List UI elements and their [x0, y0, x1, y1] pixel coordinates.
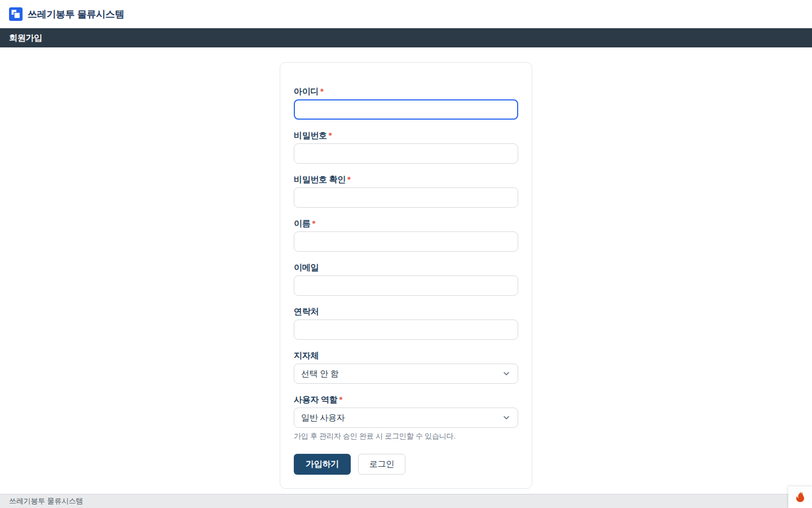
- user-role-select[interactable]: 일반 사용자: [294, 408, 518, 428]
- debug-toolbar-button[interactable]: [788, 487, 812, 508]
- app-footer: 쓰레기봉투 물류시스템: [0, 494, 812, 508]
- required-asterisk: *: [347, 174, 351, 184]
- signup-button[interactable]: 가입하기: [294, 454, 351, 475]
- email-label: 이메일: [294, 262, 518, 272]
- field-municipality: 지자체 선택 안 함: [294, 351, 518, 384]
- field-name: 이름*: [294, 218, 518, 252]
- flame-icon: [795, 489, 806, 506]
- phone-input[interactable]: [294, 319, 518, 340]
- field-email: 이메일: [294, 262, 518, 296]
- chevron-down-icon: [502, 369, 511, 378]
- nav-bar: 회원가입: [0, 28, 812, 47]
- field-username: 아이디*: [294, 86, 518, 120]
- name-label: 이름*: [294, 218, 518, 228]
- field-user-role: 사용자 역할* 일반 사용자 가입 후 관리자 승인 완료 시 로그인할 수 있…: [294, 395, 518, 440]
- phone-label: 연락처: [294, 306, 518, 316]
- page-title: 회원가입: [9, 33, 42, 43]
- login-button[interactable]: 로그인: [358, 454, 405, 475]
- approval-helper-text: 가입 후 관리자 승인 완료 시 로그인할 수 있습니다.: [294, 432, 518, 440]
- button-row: 가입하기 로그인: [294, 454, 518, 475]
- field-password: 비밀번호*: [294, 130, 518, 164]
- required-asterisk: *: [329, 130, 332, 140]
- municipality-select-value: 선택 안 함: [301, 369, 339, 379]
- required-asterisk: *: [312, 218, 315, 228]
- user-role-select-value: 일반 사용자: [301, 413, 345, 423]
- password-input[interactable]: [294, 143, 518, 164]
- required-asterisk: *: [320, 86, 324, 96]
- name-input[interactable]: [294, 231, 518, 252]
- username-label: 아이디*: [294, 86, 518, 96]
- password-label: 비밀번호*: [294, 130, 518, 140]
- username-input[interactable]: [294, 99, 518, 120]
- main-area: 아이디* 비밀번호* 비밀번호 확인* 이름* 이메일 연락처 지자체 선택 안: [0, 47, 812, 489]
- municipality-label: 지자체: [294, 351, 518, 360]
- footer-text: 쓰레기봉투 물류시스템: [9, 496, 83, 506]
- required-asterisk: *: [339, 395, 342, 404]
- field-password-confirm: 비밀번호 확인*: [294, 174, 518, 208]
- app-logo-icon: [9, 7, 23, 21]
- field-phone: 연락처: [294, 306, 518, 340]
- password-confirm-input[interactable]: [294, 187, 518, 208]
- municipality-select[interactable]: 선택 안 함: [294, 364, 518, 384]
- app-title: 쓰레기봉투 물류시스템: [28, 8, 124, 21]
- password-confirm-label: 비밀번호 확인*: [294, 174, 518, 184]
- signup-form-card: 아이디* 비밀번호* 비밀번호 확인* 이름* 이메일 연락처 지자체 선택 안: [280, 62, 532, 489]
- chevron-down-icon: [502, 413, 511, 422]
- email-input[interactable]: [294, 275, 518, 296]
- user-role-label: 사용자 역할*: [294, 395, 518, 404]
- app-header: 쓰레기봉투 물류시스템: [0, 0, 812, 28]
